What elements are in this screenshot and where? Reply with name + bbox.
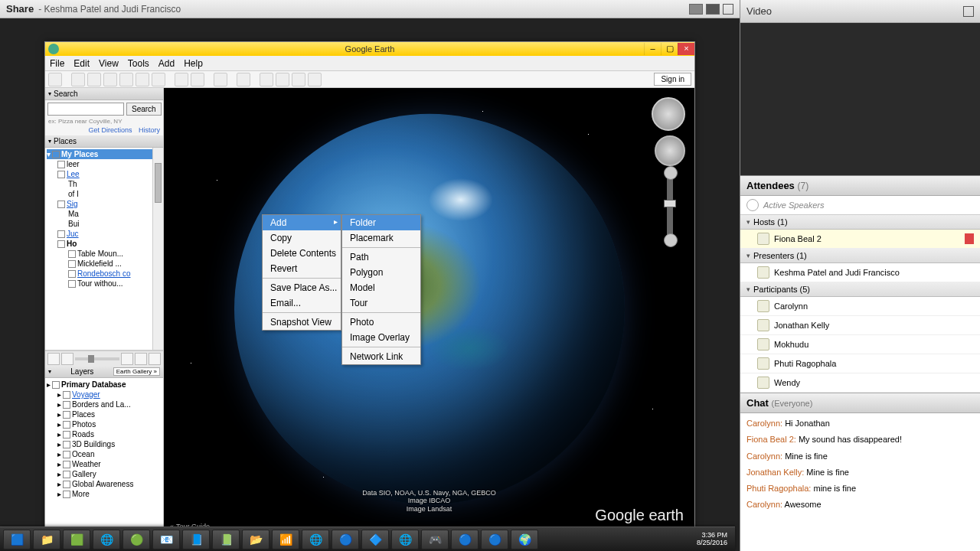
display-single-icon[interactable] xyxy=(689,4,703,15)
attendee-item[interactable]: Keshma Patel and Judi Francisco xyxy=(740,263,980,282)
toolbar-btn[interactable] xyxy=(87,73,101,86)
menu-item-folder[interactable]: Folder xyxy=(342,215,420,230)
ge-3d-view[interactable]: Google earth Data SIO, NOAA, U.S. Navy, … xyxy=(164,88,694,546)
toolbar-btn[interactable] xyxy=(237,73,250,86)
toolbar-btn[interactable] xyxy=(308,73,322,86)
toolbar-btn[interactable] xyxy=(71,73,85,86)
menu-item-network-link[interactable]: Network Link xyxy=(342,349,420,364)
menu-item-save-place-as-[interactable]: Save Place As... xyxy=(263,280,341,295)
menu-item-placemark[interactable]: Placemark xyxy=(342,230,420,246)
menu-add[interactable]: Add xyxy=(158,58,175,69)
places-item[interactable]: leer xyxy=(47,159,162,169)
menu-help[interactable]: Help xyxy=(184,58,203,69)
attendee-group-header[interactable]: Participants (5) xyxy=(740,282,980,297)
menu-tools[interactable]: Tools xyxy=(128,58,149,69)
attendee-item[interactable]: Fiona Beal 2 xyxy=(740,230,980,249)
places-section-header[interactable]: Places xyxy=(45,135,163,148)
nav-zoom-slider[interactable] xyxy=(667,172,673,241)
ge-titlebar[interactable]: Google Earth – ▢ × xyxy=(45,42,694,56)
menu-item-email-[interactable]: Email... xyxy=(263,295,341,311)
menu-item-photo[interactable]: Photo xyxy=(342,315,420,330)
taskbar-app[interactable]: 🔵 xyxy=(451,530,479,549)
layer-item[interactable]: ▸Roads xyxy=(47,429,162,439)
minimize-button[interactable]: – xyxy=(644,43,661,55)
windows-taskbar[interactable]: 🟦📁🟩🌐🟢📧📘📗📂📶🌐🔵🔷🌐🎮🔵🔵🌍3:36 PM8/25/2016 xyxy=(0,527,735,551)
attendee-item[interactable]: Carolynn xyxy=(740,297,980,316)
layers-tree[interactable]: ▸Primary Database▸Voyager▸Borders and La… xyxy=(45,378,163,546)
layer-item[interactable]: ▸Places xyxy=(47,409,162,419)
taskbar-app[interactable]: 📗 xyxy=(212,530,240,549)
get-directions-link[interactable]: Get Directions xyxy=(88,126,132,134)
toolbar-btn[interactable] xyxy=(152,73,165,86)
tree-btn[interactable] xyxy=(121,353,133,365)
signin-button[interactable]: Sign in xyxy=(654,73,691,86)
active-speakers-row[interactable]: Active Speakers xyxy=(740,196,980,215)
places-item[interactable]: Table Moun... xyxy=(47,249,162,259)
history-link[interactable]: History xyxy=(139,126,160,134)
maximize-icon[interactable] xyxy=(723,4,733,15)
menu-edit[interactable]: Edit xyxy=(74,58,90,69)
attendee-group-header[interactable]: Presenters (1) xyxy=(740,249,980,263)
display-dual-icon[interactable] xyxy=(706,4,720,15)
places-item[interactable]: Sig xyxy=(47,199,162,209)
layers-section-header[interactable]: Layers Earth Gallery » xyxy=(45,366,163,378)
layer-item[interactable]: ▸Weather xyxy=(47,459,162,469)
toolbar-btn[interactable] xyxy=(103,73,117,86)
places-tree[interactable]: ▾My Places leerLeeThof ISigMaBuiJucHoTab… xyxy=(45,148,163,350)
taskbar-app[interactable]: 📶 xyxy=(272,530,299,549)
toolbar-btn[interactable] xyxy=(136,73,149,86)
taskbar-clock[interactable]: 3:36 PM8/25/2016 xyxy=(697,532,732,547)
layer-item[interactable]: ▸More xyxy=(47,489,162,499)
toolbar-btn[interactable] xyxy=(119,73,133,86)
taskbar-app[interactable]: 🟩 xyxy=(63,530,90,549)
taskbar-app[interactable]: 🌍 xyxy=(511,530,538,549)
toolbar-btn[interactable] xyxy=(276,73,289,86)
toolbar-btn[interactable] xyxy=(48,73,62,86)
opacity-slider[interactable] xyxy=(75,357,119,360)
earth-gallery-link[interactable]: Earth Gallery » xyxy=(113,367,160,376)
scrollbar[interactable] xyxy=(152,148,163,350)
toolbar-btn[interactable] xyxy=(292,73,305,86)
chat-body[interactable]: Carolynn: Hi JonathanFiona Beal 2: My so… xyxy=(740,413,980,551)
nav-compass[interactable] xyxy=(652,97,685,131)
taskbar-app[interactable]: 🟦 xyxy=(3,530,31,549)
attendee-item[interactable]: Mokhudu xyxy=(740,335,980,354)
taskbar-app[interactable]: 📁 xyxy=(33,530,60,549)
places-item[interactable]: of I xyxy=(47,189,162,199)
layer-item[interactable]: ▸Voyager xyxy=(47,390,162,399)
menu-item-path[interactable]: Path xyxy=(342,249,420,265)
tree-btn[interactable] xyxy=(149,353,161,365)
layer-item[interactable]: ▸Photos xyxy=(47,419,162,429)
layer-item[interactable]: ▸Ocean xyxy=(47,449,162,459)
video-maximize-icon[interactable] xyxy=(963,6,974,17)
places-item[interactable]: Th xyxy=(47,179,162,189)
menu-item-image-overlay[interactable]: Image Overlay xyxy=(342,330,420,345)
menu-item-add[interactable]: Add xyxy=(263,215,341,230)
layer-item[interactable]: ▸Borders and La... xyxy=(47,399,162,409)
places-item[interactable]: Tour withou... xyxy=(47,279,162,289)
toolbar-btn[interactable] xyxy=(191,73,204,86)
menu-view[interactable]: View xyxy=(99,58,119,69)
taskbar-app[interactable]: 🔵 xyxy=(332,530,359,549)
tree-btn[interactable] xyxy=(47,353,60,365)
menu-item-delete-contents[interactable]: Delete Contents xyxy=(263,246,341,261)
nav-look[interactable] xyxy=(655,135,685,166)
places-item[interactable]: Bui xyxy=(47,219,162,229)
taskbar-app[interactable]: 🌐 xyxy=(391,530,419,549)
taskbar-app[interactable]: 🌐 xyxy=(302,530,329,549)
toolbar-btn[interactable] xyxy=(175,73,188,86)
menu-item-model[interactable]: Model xyxy=(342,280,420,295)
search-input[interactable] xyxy=(47,103,124,116)
places-item[interactable]: Ho xyxy=(47,239,162,249)
toolbar-btn[interactable] xyxy=(214,73,227,86)
toolbar-btn[interactable] xyxy=(260,73,273,86)
layer-item[interactable]: ▸Gallery xyxy=(47,469,162,479)
taskbar-app[interactable]: 🔵 xyxy=(481,530,508,549)
layer-item[interactable]: ▸Primary Database xyxy=(47,380,162,390)
layer-item[interactable]: ▸Global Awareness xyxy=(47,479,162,489)
taskbar-app[interactable]: 🎮 xyxy=(421,530,449,549)
taskbar-app[interactable]: 🟢 xyxy=(122,530,150,549)
places-item[interactable]: Rondebosch co xyxy=(47,269,162,279)
close-button[interactable]: × xyxy=(678,43,694,55)
video-body[interactable] xyxy=(740,23,980,176)
